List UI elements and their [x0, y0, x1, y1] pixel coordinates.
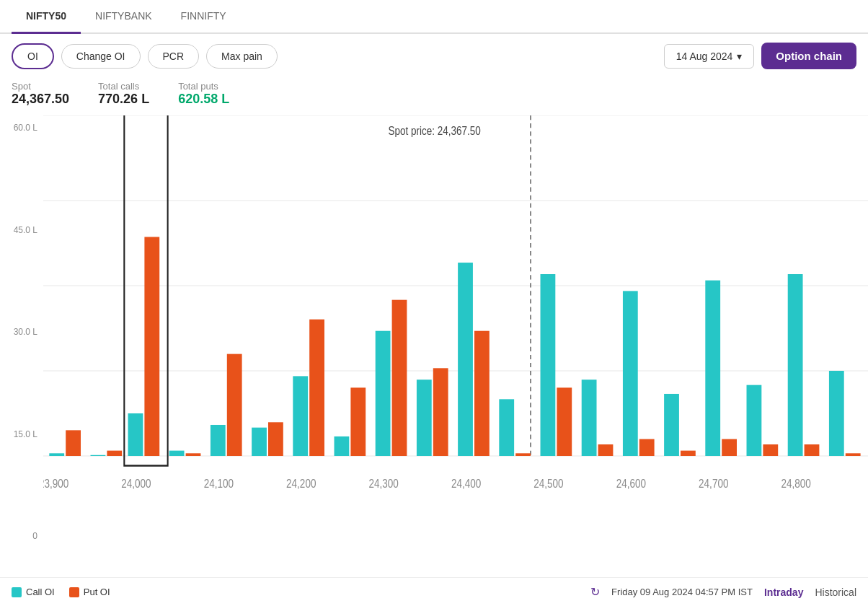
svg-rect-42 [747, 385, 762, 456]
put-oi-color [69, 587, 79, 597]
svg-rect-7 [49, 453, 64, 456]
svg-rect-8 [66, 430, 81, 456]
svg-rect-9 [91, 455, 106, 456]
svg-rect-15 [186, 453, 201, 456]
toolbar: OI Change OI PCR Max pain 14 Aug 2024 ▾ … [0, 34, 868, 78]
svg-text:24,100: 24,100 [204, 478, 234, 490]
svg-rect-12 [128, 413, 143, 456]
svg-rect-32 [541, 274, 556, 456]
svg-rect-20 [293, 376, 308, 456]
svg-text:23,900: 23,900 [43, 478, 68, 490]
svg-text:24,400: 24,400 [451, 478, 481, 490]
svg-rect-17 [227, 354, 242, 456]
svg-rect-45 [805, 444, 820, 456]
svg-text:24,300: 24,300 [368, 478, 398, 490]
svg-rect-46 [829, 371, 844, 456]
put-oi-label: Put OI [84, 587, 110, 597]
stats-bar: Spot 24,367.50 Total calls 770.26 L Tota… [0, 78, 868, 115]
svg-rect-28 [458, 263, 473, 456]
svg-rect-44 [788, 274, 803, 456]
date-label: 14 Aug 2024 [676, 50, 733, 62]
svg-text:24,800: 24,800 [781, 478, 810, 490]
chart-area: 60.0 L 45.0 L 30.0 L 15.0 L 0 Spot price… [0, 115, 868, 577]
svg-rect-22 [335, 436, 350, 456]
svg-rect-21 [309, 320, 324, 456]
svg-rect-33 [557, 387, 572, 456]
svg-rect-13 [144, 237, 159, 456]
svg-rect-30 [499, 399, 514, 456]
y-label-45: 45.0 L [14, 225, 37, 235]
total-puts-stat: Total puts 620.58 L [178, 81, 229, 107]
y-label-15: 15.0 L [14, 429, 37, 439]
spot-value: 24,367.50 [12, 92, 69, 107]
date-picker[interactable]: 14 Aug 2024 ▾ [664, 44, 755, 69]
svg-rect-16 [211, 425, 226, 456]
call-oi-legend: Call OI [12, 587, 55, 597]
tab-finnifty[interactable]: FINNIFTY [167, 0, 241, 34]
svg-rect-25 [392, 300, 407, 456]
option-chain-button[interactable]: Option chain [761, 43, 856, 69]
total-calls-label: Total calls [98, 81, 149, 92]
total-calls-stat: Total calls 770.26 L [98, 81, 149, 107]
tab-bar: NIFTY50 NIFTYBANK FINNIFTY [0, 0, 868, 34]
svg-rect-10 [107, 451, 122, 456]
y-label-30: 30.0 L [14, 327, 37, 337]
svg-text:24,000: 24,000 [121, 478, 151, 490]
svg-rect-31 [515, 453, 531, 456]
intraday-button[interactable]: Intraday [764, 587, 803, 598]
app-container: NIFTY50 NIFTYBANK FINNIFTY OI Change OI … [0, 0, 868, 606]
svg-rect-27 [433, 368, 448, 456]
tab-niftybank[interactable]: NIFTYBANK [81, 0, 167, 34]
svg-rect-26 [417, 379, 432, 456]
svg-rect-24 [376, 331, 391, 456]
svg-rect-39 [681, 451, 696, 456]
svg-rect-29 [474, 331, 490, 456]
svg-rect-36 [623, 291, 638, 456]
svg-text:24,500: 24,500 [533, 478, 563, 490]
svg-rect-19 [268, 422, 283, 456]
change-oi-button[interactable]: Change OI [61, 44, 141, 69]
chart-svg-container: Spot price: 24,367.50 [43, 115, 868, 541]
svg-rect-23 [350, 387, 366, 456]
svg-rect-40 [705, 281, 720, 456]
svg-rect-43 [763, 444, 778, 456]
svg-text:24,700: 24,700 [699, 478, 728, 490]
tab-nifty50[interactable]: NIFTY50 [12, 0, 81, 34]
total-puts-value: 620.58 L [178, 92, 229, 107]
y-label-0: 0 [32, 531, 37, 541]
put-oi-legend: Put OI [69, 587, 110, 597]
y-label-60: 60.0 L [14, 123, 37, 133]
pcr-button[interactable]: PCR [148, 44, 200, 69]
total-calls-value: 770.26 L [98, 92, 149, 107]
svg-text:Spot price: 24,367.50: Spot price: 24,367.50 [388, 125, 480, 137]
call-oi-color [12, 587, 22, 597]
svg-rect-38 [664, 394, 679, 456]
svg-rect-14 [169, 451, 185, 456]
call-oi-label: Call OI [26, 587, 55, 597]
refresh-icon[interactable]: ↻ [590, 585, 600, 599]
svg-rect-47 [846, 453, 861, 456]
svg-rect-35 [598, 444, 614, 456]
footer-right: ↻ Friday 09 Aug 2024 04:57 PM IST Intrad… [590, 585, 856, 599]
spot-label: Spot [12, 81, 69, 92]
total-puts-label: Total puts [178, 81, 229, 92]
historical-button[interactable]: Historical [815, 587, 856, 598]
y-axis: 60.0 L 45.0 L 30.0 L 15.0 L 0 [0, 115, 43, 541]
max-pain-button[interactable]: Max pain [206, 44, 278, 69]
chevron-down-icon: ▾ [737, 50, 742, 62]
svg-text:24,600: 24,600 [616, 478, 646, 490]
spot-stat: Spot 24,367.50 [12, 81, 69, 107]
oi-button[interactable]: OI [12, 43, 54, 69]
svg-rect-18 [252, 428, 267, 456]
refresh-timestamp: Friday 09 Aug 2024 04:57 PM IST [611, 587, 753, 597]
svg-text:24,200: 24,200 [286, 478, 316, 490]
legend: Call OI Put OI [12, 587, 110, 597]
svg-rect-41 [722, 439, 737, 456]
footer: Call OI Put OI ↻ Friday 09 Aug 2024 04:5… [0, 577, 868, 606]
svg-rect-37 [639, 439, 655, 456]
svg-rect-34 [582, 379, 597, 456]
